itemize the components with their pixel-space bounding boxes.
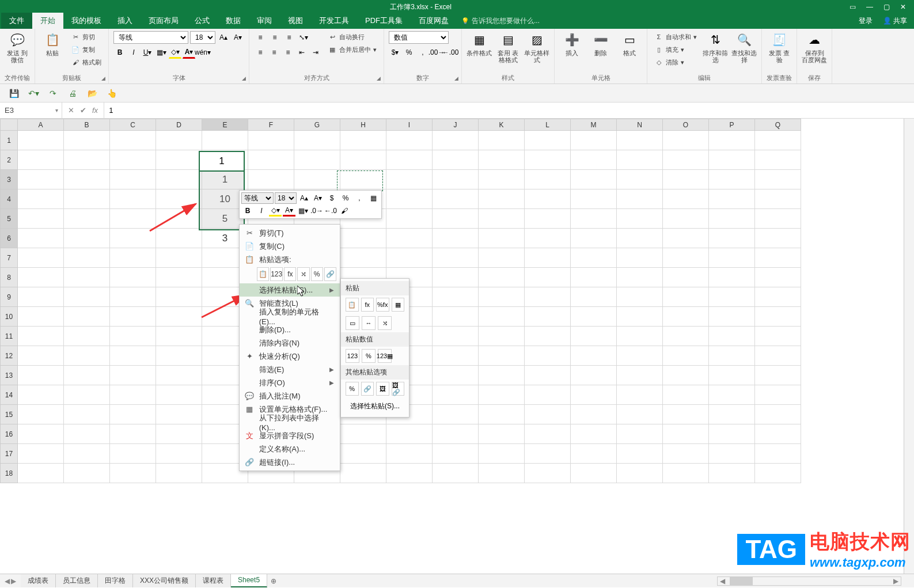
mini-table[interactable]: ▦ — [367, 192, 380, 204]
cell-A16[interactable] — [18, 424, 64, 444]
cell-M11[interactable] — [571, 327, 617, 346]
cell-N16[interactable] — [617, 424, 663, 444]
sub-paste-picture[interactable]: 🖼 — [376, 382, 389, 396]
align-left-button[interactable]: ≡ — [254, 46, 267, 59]
row-header-11[interactable]: 11 — [1, 327, 18, 346]
ctx-pick-from-list[interactable]: 从下拉列表中选择(K)... — [240, 416, 340, 429]
sub-paste-transpose[interactable]: ⤭ — [378, 316, 392, 330]
cell-M16[interactable] — [571, 424, 617, 444]
cell-K13[interactable] — [479, 366, 525, 385]
cell-B18[interactable] — [64, 464, 110, 483]
paste-link-icon[interactable]: 🔗 — [324, 267, 336, 281]
cell-M3[interactable] — [571, 170, 617, 189]
tell-me-box[interactable]: 告诉我您想要做什么... — [461, 16, 540, 29]
sub-paste-linked-picture[interactable]: 🖼🔗 — [392, 382, 405, 396]
open-icon[interactable]: 📂 — [86, 88, 98, 99]
increase-decimal-button[interactable]: .00→ — [430, 46, 443, 59]
copy-button[interactable]: 📄复制 — [69, 44, 104, 55]
close-button[interactable]: ✕ — [900, 3, 906, 11]
add-sheet-button[interactable]: ⊕ — [267, 577, 280, 585]
sheet-tab-田字格[interactable]: 田字格 — [98, 574, 133, 587]
cell-M14[interactable] — [571, 385, 617, 405]
touch-mode-icon[interactable]: 👆 — [106, 88, 117, 99]
cell-O18[interactable] — [663, 464, 709, 483]
col-header-A[interactable]: A — [18, 119, 64, 131]
sub-paste-special-link[interactable]: 选择性粘贴(S)... — [341, 398, 409, 415]
cell-L16[interactable] — [525, 424, 571, 444]
row-header-16[interactable]: 16 — [1, 424, 18, 444]
cell-J11[interactable] — [433, 327, 479, 346]
row-header-18[interactable]: 18 — [1, 464, 18, 483]
formula-input[interactable]: 1 — [104, 103, 914, 118]
cell-M7[interactable] — [571, 248, 617, 268]
cell-K3[interactable] — [479, 170, 525, 189]
cell-C1[interactable] — [110, 131, 156, 150]
insert-cells-button[interactable]: ➕插入 — [559, 31, 585, 56]
cell-Q13[interactable] — [755, 366, 801, 385]
cell-J14[interactable] — [433, 385, 479, 405]
cell-H17[interactable] — [340, 444, 386, 464]
cell-L18[interactable] — [525, 464, 571, 483]
cell-P16[interactable] — [709, 424, 755, 444]
mini-italic[interactable]: I — [255, 205, 268, 217]
cell-B16[interactable] — [64, 424, 110, 444]
cell-Q2[interactable] — [755, 150, 801, 170]
cell-F3[interactable] — [248, 170, 294, 189]
cell-J5[interactable] — [433, 209, 479, 229]
cell-D7[interactable] — [156, 248, 202, 268]
cell-K11[interactable] — [479, 327, 525, 346]
orientation-button[interactable]: ⤡▾ — [297, 31, 310, 44]
mini-percent[interactable]: % — [339, 192, 352, 204]
row-header-10[interactable]: 10 — [1, 307, 18, 327]
cell-N4[interactable] — [617, 189, 663, 209]
cell-M8[interactable] — [571, 268, 617, 287]
decrease-font-button[interactable]: A▾ — [232, 31, 244, 44]
cell-L2[interactable] — [525, 150, 571, 170]
row-header-2[interactable]: 2 — [1, 150, 18, 170]
cell-M18[interactable] — [571, 464, 617, 483]
cell-D9[interactable] — [156, 287, 202, 307]
cell-M15[interactable] — [571, 405, 617, 424]
sub-paste-noborder[interactable]: ▭ — [346, 316, 359, 330]
cell-E2[interactable] — [202, 150, 248, 170]
cell-K8[interactable] — [479, 268, 525, 287]
cell-L9[interactable] — [525, 287, 571, 307]
tab-view[interactable]: 视图 — [280, 13, 311, 29]
tab-templates[interactable]: 我的模板 — [63, 13, 109, 29]
cell-B4[interactable] — [64, 189, 110, 209]
tab-file[interactable]: 文件 — [1, 13, 32, 29]
tab-data[interactable]: 数据 — [218, 13, 249, 29]
autosum-button[interactable]: Σ自动求和▾ — [652, 31, 699, 43]
cell-A8[interactable] — [18, 268, 64, 287]
italic-button[interactable]: I — [127, 46, 140, 59]
comma-format-button[interactable]: , — [416, 46, 429, 59]
cell-D11[interactable] — [156, 327, 202, 346]
cell-O10[interactable] — [663, 307, 709, 327]
mini-decrease-font[interactable]: A▾ — [312, 192, 324, 204]
cell-C12[interactable] — [110, 346, 156, 366]
cell-N18[interactable] — [617, 464, 663, 483]
fill-button[interactable]: ▯填充▾ — [652, 44, 699, 55]
cell-D13[interactable] — [156, 366, 202, 385]
cell-O3[interactable] — [663, 170, 709, 189]
cell-N1[interactable] — [617, 131, 663, 150]
cell-P17[interactable] — [709, 444, 755, 464]
col-header-M[interactable]: M — [571, 119, 617, 131]
tab-developer[interactable]: 开发工具 — [311, 13, 357, 29]
cell-O16[interactable] — [663, 424, 709, 444]
cell-H3[interactable] — [340, 170, 386, 189]
cell-I5[interactable] — [386, 209, 433, 229]
cell-H6[interactable] — [340, 229, 386, 248]
cell-D1[interactable] — [156, 131, 202, 150]
cell-D4[interactable] — [156, 189, 202, 209]
cell-D16[interactable] — [156, 424, 202, 444]
cell-J12[interactable] — [433, 346, 479, 366]
cell-K17[interactable] — [479, 444, 525, 464]
cell-I1[interactable] — [386, 131, 433, 150]
col-header-B[interactable]: B — [64, 119, 110, 131]
delete-cells-button[interactable]: ➖删除 — [588, 31, 613, 56]
cell-A12[interactable] — [18, 346, 64, 366]
row-header-13[interactable]: 13 — [1, 366, 18, 385]
cell-A11[interactable] — [18, 327, 64, 346]
merge-center-button[interactable]: ▦合并后居中▾ — [325, 44, 379, 55]
